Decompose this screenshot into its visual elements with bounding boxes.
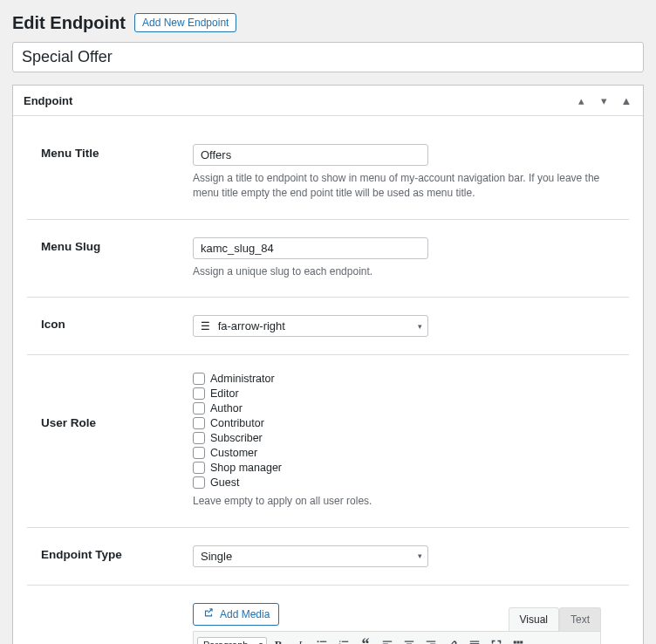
role-option-guest[interactable]: Guest (193, 476, 629, 489)
metabox-header: Endpoint ▴ ▾ ▲ (13, 86, 643, 116)
icon-row: Icon ☰ fa-arrow-right ▾ (27, 298, 629, 355)
add-media-label: Add Media (220, 608, 270, 620)
fullscreen-button[interactable] (486, 634, 507, 644)
insert-more-button[interactable] (464, 634, 485, 644)
bulleted-list-button[interactable] (311, 634, 332, 644)
move-down-button[interactable]: ▾ (594, 91, 613, 110)
metabox-title: Endpoint (24, 94, 72, 107)
add-new-endpoint-button[interactable]: Add New Endpoint (134, 13, 236, 32)
svg-rect-6 (342, 641, 349, 641)
tab-visual[interactable]: Visual (509, 607, 559, 631)
menu-title-row: Menu Title Assign a title to endpoint to… (27, 127, 629, 220)
svg-rect-13 (405, 641, 414, 641)
user-role-label: User Role (27, 373, 193, 429)
menu-slug-row: Menu Slug Assign a unique slug to each e… (27, 220, 629, 298)
caret-down-icon: ▾ (259, 641, 263, 644)
menu-slug-input[interactable] (193, 237, 428, 259)
caret-down-icon: ▾ (418, 322, 422, 331)
numbered-list-button[interactable] (333, 634, 354, 644)
checkbox-icon[interactable] (193, 417, 205, 429)
link-button[interactable] (442, 634, 463, 644)
endpoint-type-label: Endpoint Type (27, 545, 193, 561)
endpoint-type-select[interactable]: Single ▾ (193, 545, 428, 567)
role-label: Editor (210, 387, 239, 400)
menu-slug-help: Assign a unique slug to each endpoint. (193, 264, 620, 279)
endpoint-metabox: Endpoint ▴ ▾ ▲ Menu Title Assign a title… (12, 85, 644, 644)
role-option-customer[interactable]: Customer (193, 447, 629, 459)
add-media-button[interactable]: Add Media (193, 603, 279, 626)
checkbox-icon[interactable] (193, 462, 205, 474)
page-title: Edit Endpoint (12, 12, 126, 33)
svg-rect-27 (520, 641, 523, 643)
endpoint-title-input[interactable] (12, 42, 644, 72)
role-label: Guest (210, 476, 239, 489)
user-role-help: Leave empty to apply on all user roles. (193, 494, 620, 509)
checkbox-icon[interactable] (193, 373, 205, 385)
svg-rect-25 (514, 641, 516, 643)
caret-up-icon: ▲ (621, 95, 632, 106)
role-option-shop-manager[interactable]: Shop manager (193, 462, 629, 474)
toolbar-toggle-button[interactable] (508, 634, 529, 644)
role-label: Author (210, 402, 243, 414)
toggle-panel-button[interactable]: ▲ (617, 91, 636, 110)
menu-title-input[interactable] (193, 144, 428, 166)
svg-rect-21 (470, 641, 480, 641)
role-option-administrator[interactable]: Administrator (193, 373, 629, 385)
chevron-up-icon: ▴ (578, 95, 584, 106)
role-label: Subscriber (210, 432, 263, 444)
role-label: Administrator (210, 373, 275, 385)
italic-button[interactable]: I (290, 634, 311, 644)
endpoint-type-value: Single (201, 550, 232, 563)
svg-rect-1 (320, 641, 327, 641)
user-role-list: Administrator Editor Author Contributor … (193, 373, 629, 489)
align-left-button[interactable] (377, 634, 398, 644)
bars-icon: ☰ (201, 320, 210, 332)
icon-label: Icon (27, 315, 193, 331)
menu-title-help: Assign a title to endpoint to show in me… (193, 171, 620, 202)
role-option-author[interactable]: Author (193, 402, 629, 414)
menu-slug-label: Menu Slug (27, 237, 193, 253)
page-header: Edit Endpoint Add New Endpoint (12, 12, 644, 33)
checkbox-icon[interactable] (193, 476, 205, 489)
align-right-button[interactable] (420, 634, 441, 644)
role-label: Contributor (210, 417, 264, 429)
icon-select[interactable]: ☰ fa-arrow-right ▾ (193, 315, 428, 337)
role-option-subscriber[interactable]: Subscriber (193, 432, 629, 444)
blockquote-button[interactable]: “ (355, 634, 376, 644)
move-up-button[interactable]: ▴ (571, 91, 591, 110)
custom-content-label: Custom Content (27, 603, 193, 644)
format-select[interactable]: Paragraph ▾ (197, 637, 267, 644)
checkbox-icon[interactable] (193, 402, 205, 414)
bold-button[interactable]: B (268, 634, 289, 644)
checkbox-icon[interactable] (193, 447, 205, 459)
svg-rect-26 (517, 641, 520, 643)
role-option-editor[interactable]: Editor (193, 387, 629, 400)
editor-toolbar: Paragraph ▾ B I “ (194, 632, 600, 644)
svg-rect-17 (427, 641, 436, 641)
chevron-down-icon: ▾ (601, 95, 607, 106)
endpoint-type-row: Endpoint Type Single ▾ (27, 528, 629, 586)
svg-rect-9 (383, 641, 393, 641)
user-role-row: User Role Administrator Editor Author Co… (27, 355, 629, 527)
role-label: Shop manager (210, 462, 282, 474)
checkbox-icon[interactable] (193, 387, 205, 400)
svg-point-0 (318, 641, 319, 642)
checkbox-icon[interactable] (193, 432, 205, 444)
caret-down-icon: ▾ (418, 552, 422, 560)
align-center-button[interactable] (399, 634, 420, 644)
role-label: Customer (210, 447, 257, 459)
role-option-contributor[interactable]: Contributor (193, 417, 629, 429)
icon-selected-value: fa-arrow-right (218, 319, 285, 332)
metabox-actions: ▴ ▾ ▲ (571, 91, 636, 110)
editor-tabs: Visual Text (509, 607, 601, 631)
media-icon (202, 607, 215, 621)
tab-text[interactable]: Text (559, 607, 601, 631)
rich-text-editor: Add Media Visual Text Paragraph ▾ (193, 603, 601, 644)
format-label: Paragraph (203, 640, 248, 644)
menu-title-label: Menu Title (27, 144, 193, 160)
custom-content-row: Custom Content Add Media Visual Text (27, 586, 629, 644)
